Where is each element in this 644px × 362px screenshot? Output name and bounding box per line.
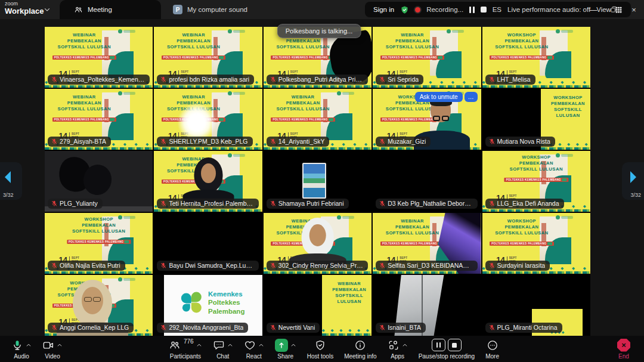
participant-name: PLG_Miranti Octarina	[497, 324, 558, 331]
participant-tile[interactable]: Isnaini_BTA	[373, 275, 481, 336]
participant-tile[interactable]: WEBINARPEMBEKALANSOFTSKILL LULUSAN◆ ◆ ◆ …	[264, 275, 371, 336]
mic-icon	[11, 339, 23, 351]
more-options-button[interactable]: …	[465, 92, 478, 102]
participant-tile[interactable]: WORKSHOPPEMBEKALANSOFTSKILL LULUSANPOLTE…	[482, 151, 590, 212]
tab-meeting[interactable]: Meeting	[60, 0, 161, 19]
participant-name: Olifia Najla Evita Putri	[60, 262, 120, 269]
participant-tile[interactable]: WORKSHOPPEMBEKALANSOFTSKILL LULUSANPOLTE…	[482, 27, 590, 88]
sign-in-button[interactable]: Sign in	[373, 6, 394, 13]
toolbar-end[interactable]: ×End	[612, 338, 636, 360]
chevron-up-icon[interactable]	[57, 342, 63, 348]
poster-bottom-strip	[264, 85, 371, 88]
ask-to-unmute-button[interactable]: Ask to unmute	[415, 92, 463, 102]
participant-name: Vinaersa_Poltekkes_Kemenkes_Palemba...	[60, 76, 145, 83]
gallery-next-button[interactable]: 3/32	[622, 162, 644, 200]
chevron-up-icon[interactable]	[196, 342, 202, 348]
participant-tile[interactable]: WEBINARPEMBEKALANSOFTSKILL LULUSANPOLTEK…	[264, 213, 371, 274]
participant-name: Teti Hernita_Profesi Palembang	[169, 200, 254, 207]
toolbar-participants[interactable]: 776Participants	[163, 338, 208, 360]
participant-tile[interactable]: D3 Keb Plg_Nathalie Debora S	[373, 151, 481, 212]
participant-tile[interactable]: WORKSHOPPEMBEKALANSOFTSKILL LULUSANPOLTE…	[45, 213, 153, 274]
recording-dot-icon	[415, 7, 420, 13]
stop-icon[interactable]	[448, 339, 462, 351]
participants-count: 776	[184, 338, 194, 345]
participant-name: 14_Ariyanti_SkY	[278, 138, 325, 145]
standing-banner-image	[302, 163, 326, 198]
toolbar-left: AudioVideo	[6, 338, 68, 360]
chevron-up-icon[interactable]	[227, 342, 233, 348]
shield-check-icon	[400, 5, 409, 14]
participant-tile[interactable]: PLG_Yulianty	[45, 151, 153, 212]
toolbar-host-tools[interactable]: Host tools	[302, 338, 339, 360]
toolbar-chat[interactable]: Chat	[208, 338, 239, 360]
participant-tile[interactable]: KemenkesPoltekkes Palembang292_Novita An…	[154, 275, 262, 336]
chevron-down-icon[interactable]	[43, 5, 51, 14]
participant-tile[interactable]: Bayu Dwi Samudra_Kep.LubukLinggau	[154, 213, 262, 274]
gallery-prev-button[interactable]: 3/32	[0, 162, 22, 200]
poster-bottom-strip	[541, 147, 590, 150]
poster-ribbon: POLTEKKES KEMENKES PALEMBANG	[52, 117, 116, 122]
participant-tile[interactable]: WEBINARPEMBEKALANSOFTSKILL LULUSANPOLTEK…	[373, 27, 481, 88]
toolbar-apps[interactable]: Apps	[382, 338, 413, 360]
toolbar-host-tools-label: Host tools	[307, 353, 333, 360]
toolbar-more[interactable]: More	[480, 338, 504, 360]
participant-tile[interactable]: WORKSHOPPEMBEKALANSOFTSKILL LULUSAN◆ ◆ ◆…	[482, 89, 590, 150]
participant-tile[interactable]: PLG_Miranti Octarina	[482, 275, 590, 336]
toolbar-share[interactable]: Share	[270, 338, 302, 360]
poster-ribbon: POLTEKKES KEMENKES PALEMBANG	[380, 242, 444, 246]
participant-tile[interactable]: WEBINARPEMBEKALANSOFTSKILL LULUSANPOLTEK…	[45, 27, 153, 88]
restore-button[interactable]	[603, 0, 624, 19]
muted-mic-icon	[489, 200, 495, 207]
participant-tile[interactable]: WORKSHOPPEMBEKALANSOFTSKILL LULUSANPOLTE…	[373, 89, 481, 150]
poster-title-line: WEBINAR	[52, 94, 116, 100]
poster-title-line: SOFTSKILL LULUSAN	[490, 230, 553, 236]
participant-tile[interactable]: WEBINARPEMBEKALANSOFTSKILL LULUSANPOLTEK…	[154, 151, 262, 212]
poster-logo-bar	[233, 30, 245, 33]
ask-to-unmute-controls: Ask to unmute…	[415, 92, 478, 102]
close-button[interactable]: ×	[624, 0, 644, 19]
language-indicator[interactable]: ES	[493, 6, 501, 13]
poster-title-line: PEMBEKALAN	[490, 38, 553, 44]
poster-bottom-strip	[45, 271, 153, 274]
zoom-workplace-logo[interactable]: zoom Workplace	[5, 1, 44, 15]
participant-name: D3 Keb Plg_Nathalie Debora S	[388, 200, 473, 207]
poster-pattern: ◆ ◆ ◆ ◆ ◆ ◆ ◆ ◆ ◆ ◆ ◆ ◆	[322, 328, 371, 333]
chevron-up-icon[interactable]	[402, 342, 408, 348]
stop-recording-button[interactable]	[481, 7, 487, 13]
pause-icon[interactable]	[432, 339, 445, 351]
poster-title: WEBINARPEMBEKALANSOFTSKILL LULUSANPOLTEK…	[162, 32, 225, 61]
muted-mic-icon	[270, 262, 276, 269]
poster-logo-chip	[556, 29, 573, 33]
participant-name: 302_Cindy Renny Selvia_Profesi BTA	[278, 262, 364, 269]
chevron-up-icon[interactable]	[290, 342, 296, 348]
toolbar-video[interactable]: Video	[37, 338, 68, 360]
pause-recording-button[interactable]	[469, 7, 475, 13]
participant-tile[interactable]: WEBINARPEMBEKALANSOFTSKILL LULUSANPOLTEK…	[264, 89, 371, 150]
toolbar-audio[interactable]: Audio	[6, 338, 37, 360]
video-grid: WEBINARPEMBEKALANSOFTSKILL LULUSANPOLTEK…	[45, 27, 590, 336]
participant-tile[interactable]: WORKSHOPPEMBEKALANSOFTSKILL LULUSANPOLTE…	[482, 213, 590, 274]
poster-logo-chip	[556, 215, 573, 219]
poster-title-line: PEMBEKALAN	[67, 222, 131, 228]
participant-tile[interactable]: Shamaya Putri Febriani	[264, 151, 371, 212]
toolbar-more-label: More	[485, 353, 499, 360]
participant-name-pill: PLG_Miranti Octarina	[485, 323, 562, 333]
toolbar-meeting-info[interactable]: Meeting info	[339, 338, 382, 360]
participant-name-pill: SHERLLY.PM_D3 Keb_PLG	[157, 137, 252, 147]
toolbar-pause-stop-recording[interactable]: Pause/stop recording	[413, 338, 481, 360]
participant-tile[interactable]: WEBINARPEMBEKALANSOFTSKILL LULUSANPOLTEK…	[154, 27, 262, 88]
participant-tile[interactable]: WEBINARPEMBEKALANSOFTSKILL LULUSANPOLTEK…	[373, 213, 481, 274]
camera-icon	[42, 339, 54, 351]
toolbar-react[interactable]: React	[239, 338, 270, 360]
poster-logo-dot	[337, 91, 341, 95]
minimize-button[interactable]: —	[583, 0, 603, 19]
toolbar-video-row	[42, 338, 63, 352]
poster-title-line: PEMBEKALAN	[327, 287, 371, 293]
chevron-up-icon[interactable]	[26, 342, 32, 348]
participant-tile[interactable]: WEBINARPEMBEKALANSOFTSKILL LULUSANPOLTEK…	[154, 89, 262, 150]
participant-tile[interactable]: WEBINARPEMBEKALANSOFTSKILL LULUSANPOLTEK…	[45, 89, 153, 150]
participant-tile[interactable]: WORKSHOPPEMBEKALANSOFTSKILL LULUSANPOLTE…	[45, 275, 153, 336]
poster-title-line: SOFTSKILL LULUSAN	[271, 44, 335, 50]
chevron-up-icon[interactable]	[258, 342, 264, 348]
participant-name: Bayu Dwi Samudra_Kep.LubukLinggau	[169, 262, 254, 269]
